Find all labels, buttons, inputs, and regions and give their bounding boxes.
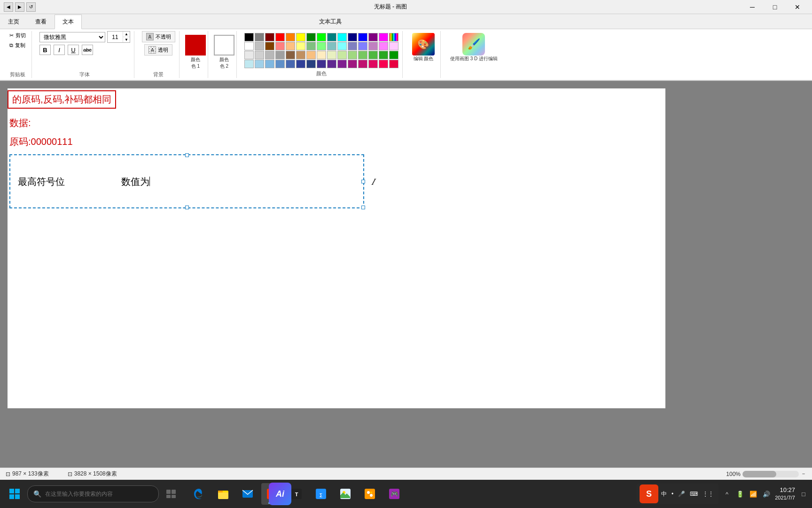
taskbar-mail[interactable]: [237, 483, 258, 505]
swatch-e10[interactable]: [337, 51, 347, 59]
italic-button[interactable]: I: [54, 45, 65, 55]
close-button[interactable]: ✕: [787, 0, 808, 14]
ime-mic[interactable]: 🎤: [676, 490, 687, 498]
notification-button[interactable]: □: [799, 489, 808, 499]
maximize-button[interactable]: □: [764, 0, 786, 14]
font-size-input[interactable]: 11: [108, 32, 123, 42]
swatch-e9[interactable]: [327, 51, 336, 59]
refresh-button[interactable]: ↺: [26, 2, 36, 12]
strikethrough-button[interactable]: abc: [82, 45, 93, 55]
taskbar-edge[interactable]: [188, 483, 210, 505]
swatch-f12[interactable]: [358, 60, 367, 68]
swatch-maroon[interactable]: [265, 33, 274, 41]
swatch-brown[interactable]: [265, 42, 274, 50]
swatch-e8[interactable]: [317, 51, 326, 59]
search-bar[interactable]: 🔍: [27, 485, 159, 502]
edit-colors-button[interactable]: 🎨 编辑 颜色: [410, 31, 437, 64]
back-button[interactable]: ◀: [4, 2, 13, 12]
taskbar-ai[interactable]: Ai: [265, 480, 296, 508]
swatch-lightcyan[interactable]: [327, 42, 336, 50]
swatch-e5[interactable]: [286, 51, 295, 59]
tray-network[interactable]: 📶: [749, 489, 758, 499]
search-input[interactable]: [45, 491, 139, 497]
sogou-icon[interactable]: S: [640, 484, 658, 503]
swatch-e15[interactable]: [389, 51, 398, 59]
swatch-teal[interactable]: [327, 33, 336, 41]
swatch-f13[interactable]: [368, 60, 378, 68]
ime-chinese[interactable]: 中: [659, 489, 669, 499]
forward-button[interactable]: ▶: [15, 2, 24, 12]
swatch-f5[interactable]: [286, 60, 295, 68]
swatch-e7[interactable]: [306, 51, 316, 59]
swatch-e1[interactable]: [244, 51, 254, 59]
task-view-button[interactable]: [161, 483, 182, 505]
font-size-down[interactable]: ▼: [123, 37, 130, 42]
swatch-spectrum[interactable]: [389, 33, 398, 41]
swatch-lightmagenta[interactable]: [379, 42, 388, 50]
tray-battery[interactable]: 🔋: [735, 489, 745, 499]
paint3d-button[interactable]: 🖌️ 使用画图 3 D 进行编辑: [448, 31, 500, 64]
swatch-f15[interactable]: [389, 60, 398, 68]
tab-home[interactable]: 主页: [0, 15, 27, 29]
swatch-white[interactable]: [244, 42, 254, 50]
swatch-e4[interactable]: [275, 51, 285, 59]
resize-handle-bottom[interactable]: [185, 206, 189, 209]
swatch-silver[interactable]: [255, 42, 264, 50]
resize-handle-top[interactable]: [185, 153, 189, 157]
swatch-e14[interactable]: [379, 51, 388, 59]
swatch-gray[interactable]: [255, 33, 264, 41]
swatch-paleblue[interactable]: [337, 42, 347, 50]
swatch-e12[interactable]: [358, 51, 367, 59]
swatch-navy[interactable]: [348, 33, 357, 41]
swatch-lightyellow[interactable]: [296, 42, 305, 50]
underline-button[interactable]: U: [68, 45, 79, 55]
swatch-f10[interactable]: [337, 60, 347, 68]
swatch-purple[interactable]: [368, 33, 378, 41]
swatch-palegreen[interactable]: [317, 42, 326, 50]
swatch-f6[interactable]: [296, 60, 305, 68]
taskbar-photos[interactable]: [335, 483, 356, 505]
tray-volume[interactable]: 🔊: [762, 489, 771, 499]
ime-dot[interactable]: •: [670, 490, 675, 498]
swatch-f8[interactable]: [317, 60, 326, 68]
tab-view[interactable]: 查看: [27, 15, 55, 29]
textbox-dashed[interactable]: 最高符号位 数值为 𝐼: [9, 154, 364, 208]
swatch-yellow[interactable]: [296, 33, 305, 41]
font-size-up[interactable]: ▲: [123, 32, 130, 37]
swatch-f9[interactable]: [327, 60, 336, 68]
color2-swatch[interactable]: [214, 35, 234, 56]
swatch-lime[interactable]: [317, 33, 326, 41]
ime-keyboard[interactable]: ⌨: [688, 490, 700, 498]
swatch-peach[interactable]: [286, 42, 295, 50]
zoom-slider[interactable]: [742, 471, 799, 477]
transparent-button[interactable]: A 透明: [144, 44, 172, 56]
start-button[interactable]: [4, 483, 25, 505]
swatch-f14[interactable]: [379, 60, 388, 68]
swatch-cyan[interactable]: [337, 33, 347, 41]
color1-swatch[interactable]: [185, 35, 206, 56]
cut-button[interactable]: ✂ 剪切: [8, 31, 28, 40]
swatch-blue[interactable]: [358, 33, 367, 41]
swatch-lightgreen[interactable]: [306, 42, 316, 50]
zoom-minus[interactable]: －: [801, 470, 806, 478]
swatch-periwinkle[interactable]: [348, 42, 357, 50]
swatch-green[interactable]: [306, 33, 316, 41]
swatch-e3[interactable]: [265, 51, 274, 59]
tab-text[interactable]: 文本: [55, 15, 82, 29]
canvas-area[interactable]: 的原码,反码,补码都相同 数据: 原码:00000111 最高符号位: [0, 81, 812, 468]
copy-button[interactable]: ⧉ 复制: [8, 41, 28, 50]
swatch-e11[interactable]: [348, 51, 357, 59]
canvas-paper[interactable]: 的原码,反码,补码都相同 数据: 原码:00000111 最高符号位: [8, 88, 665, 408]
swatch-f2[interactable]: [255, 60, 264, 68]
swatch-f1[interactable]: [244, 60, 254, 68]
swatch-orchid[interactable]: [368, 42, 378, 50]
tray-chevron[interactable]: ^: [722, 489, 732, 499]
bold-button[interactable]: B: [39, 45, 51, 55]
swatch-e13[interactable]: [368, 51, 378, 59]
taskbar-colorful[interactable]: [359, 483, 381, 505]
swatch-lightblue[interactable]: [358, 42, 367, 50]
swatch-f7[interactable]: [306, 60, 316, 68]
taskbar-math[interactable]: ∑: [310, 483, 332, 505]
tray-datetime[interactable]: 10:27 2021/7/7: [775, 486, 795, 502]
swatch-orange[interactable]: [286, 33, 295, 41]
